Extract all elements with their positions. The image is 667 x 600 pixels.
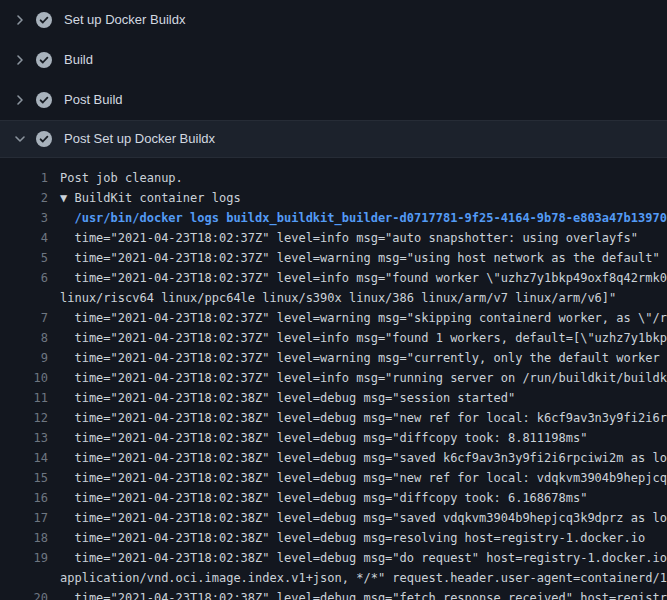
- log-line: 15 time="2021-04-23T18:02:38Z" level=deb…: [0, 468, 667, 488]
- chevron-down-icon: [12, 131, 28, 147]
- log-line: 4 time="2021-04-23T18:02:37Z" level=info…: [0, 228, 667, 248]
- line-number[interactable]: [0, 568, 48, 588]
- log-text: time="2021-04-23T18:02:37Z" level=warnin…: [48, 348, 667, 368]
- log-line: 14 time="2021-04-23T18:02:38Z" level=deb…: [0, 448, 667, 468]
- log-line: 7 time="2021-04-23T18:02:37Z" level=warn…: [0, 308, 667, 328]
- line-number[interactable]: 20: [0, 588, 48, 600]
- log-line: 10 time="2021-04-23T18:02:37Z" level=inf…: [0, 368, 667, 388]
- step-title: Build: [64, 52, 93, 68]
- line-number[interactable]: 1: [0, 168, 48, 188]
- log-text: time="2021-04-23T18:02:37Z" level=info m…: [48, 368, 667, 388]
- step-row[interactable]: Post Build: [0, 80, 667, 120]
- log-text: time="2021-04-23T18:02:37Z" level=warnin…: [48, 308, 667, 328]
- log-text: application/vnd.oci.image.index.v1+json,…: [48, 568, 667, 588]
- step-title: Set up Docker Buildx: [64, 12, 185, 28]
- log-text: time="2021-04-23T18:02:38Z" level=debug …: [48, 408, 667, 428]
- log-text: time="2021-04-23T18:02:38Z" level=debug …: [48, 448, 667, 468]
- line-number[interactable]: 9: [0, 348, 48, 368]
- step-title: Post Build: [64, 92, 123, 108]
- log-text: time="2021-04-23T18:02:38Z" level=debug …: [48, 528, 667, 548]
- line-number[interactable]: 14: [0, 448, 48, 468]
- line-number[interactable]: 5: [0, 248, 48, 268]
- chevron-right-icon: [12, 92, 28, 108]
- step-list: Set up Docker Buildx Build P: [0, 0, 667, 120]
- log-line: 13 time="2021-04-23T18:02:38Z" level=deb…: [0, 428, 667, 448]
- step-row-expanded[interactable]: Post Set up Docker Buildx: [0, 120, 667, 158]
- log-text: time="2021-04-23T18:02:37Z" level=info m…: [48, 228, 667, 248]
- line-number[interactable]: 4: [0, 228, 48, 248]
- log-line: 9 time="2021-04-23T18:02:37Z" level=warn…: [0, 348, 667, 368]
- log-text: time="2021-04-23T18:02:37Z" level=info m…: [48, 268, 667, 288]
- line-number[interactable]: 7: [0, 308, 48, 328]
- log-line: linux/riscv64 linux/ppc64le linux/s390x …: [0, 288, 667, 308]
- log-text: linux/riscv64 linux/ppc64le linux/s390x …: [48, 288, 667, 308]
- log-line: application/vnd.oci.image.index.v1+json,…: [0, 568, 667, 588]
- line-number[interactable]: 10: [0, 368, 48, 388]
- line-number[interactable]: 15: [0, 468, 48, 488]
- log-line: 20 time="2021-04-23T18:02:38Z" level=deb…: [0, 588, 667, 600]
- log-line: 5 time="2021-04-23T18:02:37Z" level=warn…: [0, 248, 667, 268]
- log-text: time="2021-04-23T18:02:37Z" level=info m…: [48, 328, 667, 348]
- log-text: /usr/bin/docker logs buildx_buildkit_bui…: [48, 208, 667, 228]
- line-number[interactable]: 12: [0, 408, 48, 428]
- actions-log-viewer: Set up Docker Buildx Build P: [0, 0, 667, 600]
- log-group-toggle[interactable]: ▼ BuildKit container logs: [48, 188, 667, 208]
- step-title: Post Set up Docker Buildx: [64, 131, 215, 147]
- log-line: 1 Post job cleanup.: [0, 168, 667, 188]
- log-scroll-area[interactable]: 1 Post job cleanup. 2 ▼ BuildKit contain…: [0, 158, 667, 600]
- log-text: time="2021-04-23T18:02:38Z" level=debug …: [48, 468, 667, 488]
- log-text: time="2021-04-23T18:02:38Z" level=debug …: [48, 428, 667, 448]
- step-row[interactable]: Set up Docker Buildx: [0, 0, 667, 40]
- line-number[interactable]: 11: [0, 388, 48, 408]
- line-number[interactable]: [0, 288, 48, 308]
- line-number[interactable]: 13: [0, 428, 48, 448]
- log-line: 11 time="2021-04-23T18:02:38Z" level=deb…: [0, 388, 667, 408]
- log-line: 8 time="2021-04-23T18:02:37Z" level=info…: [0, 328, 667, 348]
- check-circle-icon: [36, 131, 52, 147]
- log-line: 19 time="2021-04-23T18:02:38Z" level=deb…: [0, 548, 667, 568]
- check-circle-icon: [36, 52, 52, 68]
- step-row[interactable]: Build: [0, 40, 667, 80]
- log-text: time="2021-04-23T18:02:38Z" level=debug …: [48, 588, 667, 600]
- chevron-right-icon: [12, 52, 28, 68]
- line-number[interactable]: 6: [0, 268, 48, 288]
- log-line: 3 /usr/bin/docker logs buildx_buildkit_b…: [0, 208, 667, 228]
- line-number[interactable]: 2: [0, 188, 48, 208]
- chevron-right-icon: [12, 12, 28, 28]
- line-number[interactable]: 19: [0, 548, 48, 568]
- line-number[interactable]: 3: [0, 208, 48, 228]
- line-number[interactable]: 18: [0, 528, 48, 548]
- check-circle-icon: [36, 12, 52, 28]
- line-number[interactable]: 17: [0, 508, 48, 528]
- log-line: 18 time="2021-04-23T18:02:38Z" level=deb…: [0, 528, 667, 548]
- log-line: 12 time="2021-04-23T18:02:38Z" level=deb…: [0, 408, 667, 428]
- log-line: 16 time="2021-04-23T18:02:38Z" level=deb…: [0, 488, 667, 508]
- log-text: time="2021-04-23T18:02:37Z" level=warnin…: [48, 248, 667, 268]
- check-circle-icon: [36, 92, 52, 108]
- log-line: 2 ▼ BuildKit container logs: [0, 188, 667, 208]
- log-text: Post job cleanup.: [48, 168, 667, 188]
- log-line: 17 time="2021-04-23T18:02:38Z" level=deb…: [0, 508, 667, 528]
- line-number[interactable]: 16: [0, 488, 48, 508]
- log-text: time="2021-04-23T18:02:38Z" level=debug …: [48, 548, 667, 568]
- log-text: time="2021-04-23T18:02:38Z" level=debug …: [48, 388, 667, 408]
- log-line: 6 time="2021-04-23T18:02:37Z" level=info…: [0, 268, 667, 288]
- log-text: time="2021-04-23T18:02:38Z" level=debug …: [48, 508, 667, 528]
- line-number[interactable]: 8: [0, 328, 48, 348]
- log-text: time="2021-04-23T18:02:38Z" level=debug …: [48, 488, 667, 508]
